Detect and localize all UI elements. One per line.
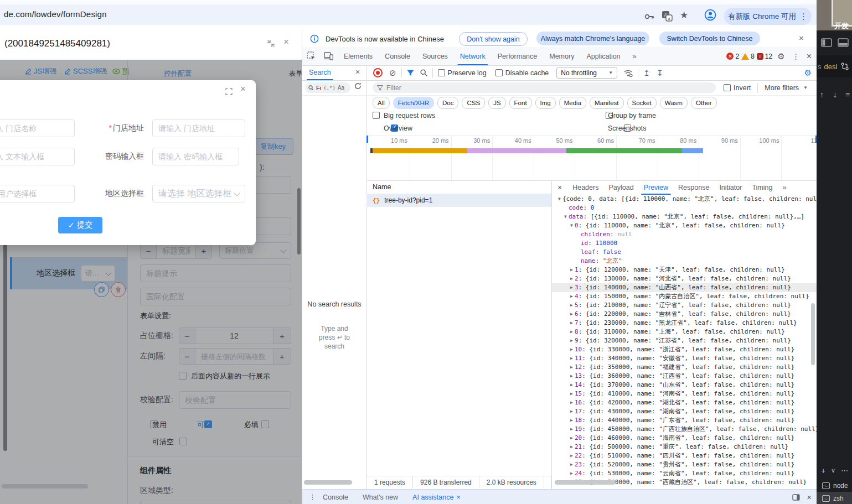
network-overview-timeline[interactable]: 10 ms20 ms30 ms40 ms50 ms60 ms70 ms80 ms… — [366, 135, 817, 181]
devtools-tab-memory[interactable]: Memory — [543, 47, 580, 65]
url-bar[interactable]: de.com/lowdev/formDesign Aa ★ 有新版 Chrome… — [0, 4, 817, 25]
json-expander-icon[interactable]: ▼ — [556, 195, 562, 204]
json-expander-icon[interactable]: ▶ — [569, 469, 575, 478]
chip-all[interactable]: All — [373, 97, 390, 109]
devtools-tab-elements[interactable]: Elements — [338, 47, 379, 65]
json-expander-icon[interactable]: ▶ — [569, 283, 575, 292]
detail-tab-preview[interactable]: Preview — [639, 180, 673, 195]
warning-badge[interactable]: 8 — [741, 53, 755, 60]
more-actions-icon[interactable]: ⋯ — [841, 466, 848, 475]
chip-js[interactable]: JS — [488, 97, 505, 109]
devtools-tab-»[interactable]: » — [627, 47, 643, 65]
json-expander-icon[interactable]: ▶ — [569, 425, 575, 434]
search-tab[interactable]: Search — [309, 69, 331, 76]
json-expander-icon[interactable]: ▶ — [569, 381, 575, 389]
json-tree-row[interactable]: ▼data: [{id: 110000, name: "北京", leaf: f… — [552, 212, 817, 221]
chip-doc[interactable]: Doc — [437, 97, 458, 109]
submit-button[interactable]: ✓提交 — [58, 217, 102, 233]
json-tree-row[interactable]: ▶3: {id: 140000, name: "山西省", leaf: fals… — [552, 283, 817, 292]
json-expander-icon[interactable]: ▶ — [569, 372, 575, 381]
arrow-up-icon[interactable]: ↑ — [820, 90, 824, 99]
more-filters-label[interactable]: More filters — [765, 84, 799, 92]
match-case-toggle[interactable]: Aa — [338, 85, 344, 91]
json-expander-icon[interactable]: ▶ — [569, 354, 575, 363]
store-name-input[interactable] — [0, 119, 75, 137]
password-input[interactable] — [152, 148, 239, 165]
json-expander-icon[interactable]: ▶ — [569, 292, 575, 301]
json-tree-row[interactable]: ▶10: {id: 330000, name: "浙江省", leaf: fal… — [552, 345, 817, 354]
request-row[interactable]: {} tree-by-id?pid=1 — [366, 194, 551, 207]
json-expander-icon[interactable]: ▶ — [569, 266, 575, 274]
chip-font[interactable]: Font — [509, 97, 532, 109]
json-tree-row[interactable]: ▶15: {id: 410000, name: "河南省", leaf: fal… — [552, 389, 817, 398]
drawer-tab-console[interactable]: Console — [323, 493, 348, 501]
json-tree-row[interactable]: code: 0 — [552, 204, 817, 212]
drawer-kebab-icon[interactable]: ⋮ — [309, 493, 316, 501]
json-tree-row[interactable]: ▶13: {id: 360000, name: "江西省", leaf: fal… — [552, 372, 817, 381]
json-expander-icon[interactable]: ▶ — [569, 416, 575, 425]
chip-css[interactable]: CSS — [462, 97, 485, 109]
password-key-icon[interactable] — [644, 12, 655, 22]
page-horizontal-scrollbar[interactable] — [2, 484, 88, 489]
list-menu-icon[interactable]: ≡ — [845, 90, 850, 99]
json-tree-row[interactable]: leaf: false — [552, 248, 817, 257]
settings-gear-icon[interactable]: ⚙ — [774, 51, 787, 61]
drawer-close-icon[interactable]: × — [807, 492, 812, 502]
devtools-tab-console[interactable]: Console — [379, 47, 416, 65]
json-tree-row[interactable]: children: null — [552, 230, 817, 239]
profile-icon[interactable] — [704, 9, 716, 21]
json-tree-row[interactable]: ▼0: {id: 110000, name: "北京", leaf: false… — [552, 221, 817, 230]
preserve-log-checkbox[interactable] — [438, 69, 445, 76]
clear-icon[interactable]: ⊘ — [389, 69, 396, 77]
json-tree-row[interactable]: ▶9: {id: 320000, name: "江苏省", leaf: fals… — [552, 336, 817, 345]
store-addr-input[interactable] — [152, 119, 245, 137]
new-terminal-icon[interactable]: + — [821, 466, 825, 475]
region-select[interactable]: 请选择 地区选择框 — [152, 185, 245, 202]
infobar-close-icon[interactable]: × — [799, 33, 804, 43]
editor-tab-modified[interactable]: desi — [824, 63, 838, 71]
json-expander-icon[interactable]: ▶ — [569, 319, 575, 328]
json-expander-icon[interactable]: ▶ — [569, 434, 575, 443]
sidebar-horizontal-scrollbar[interactable] — [304, 480, 352, 485]
detail-tab-headers[interactable]: Headers — [567, 180, 603, 195]
network-settings-gear-icon[interactable]: ⚙ — [804, 68, 812, 78]
network-conditions-icon[interactable] — [624, 69, 633, 77]
devtools-tab-performance[interactable]: Performance — [492, 47, 544, 65]
chip-media[interactable]: Media — [559, 97, 586, 109]
request-table-header[interactable]: Name — [366, 180, 551, 194]
issues-badge[interactable]: ! 12 — [757, 53, 772, 60]
preview-vertical-scrollbar[interactable] — [811, 303, 815, 365]
drawer-tab-what-s-new[interactable]: What's new — [363, 493, 398, 501]
search-network-icon[interactable] — [420, 69, 427, 76]
regex-toggle[interactable]: (.*) — [323, 85, 335, 91]
bookmark-star-icon[interactable]: ★ — [680, 9, 688, 21]
dock-side-icon[interactable] — [792, 494, 800, 501]
json-tree-row[interactable]: id: 110000 — [552, 239, 817, 248]
close-icon[interactable]: × — [283, 37, 289, 48]
detail-tab-initiator[interactable]: Initiator — [714, 180, 747, 195]
json-expander-icon[interactable]: ▶ — [569, 274, 575, 283]
devtools-tab-sources[interactable]: Sources — [416, 47, 454, 65]
detail-tab-payload[interactable]: Payload — [603, 180, 638, 195]
name-column-header[interactable]: Name — [373, 183, 391, 191]
text-input[interactable] — [0, 148, 75, 165]
device-toolbar-icon[interactable] — [319, 47, 338, 65]
json-tree-row[interactable]: ▶18: {id: 440000, name: "广东省", leaf: fal… — [552, 416, 817, 425]
filter-funnel-icon[interactable] — [407, 70, 414, 76]
chip-socket[interactable]: Socket — [627, 97, 657, 109]
layout-sidebar-icon[interactable] — [821, 38, 832, 47]
json-tree-row[interactable]: ▶19: {id: 450000, name: "广西壮族自治区", leaf:… — [552, 425, 817, 434]
json-tree-row[interactable]: ▶6: {id: 220000, name: "吉林省", leaf: fals… — [552, 310, 817, 319]
devtools-kebab-icon[interactable]: ⋮ — [790, 52, 802, 61]
translate-icon[interactable]: Aa — [662, 11, 673, 22]
json-expander-icon[interactable]: ▶ — [569, 301, 575, 310]
json-expander-icon[interactable]: ▶ — [569, 310, 575, 319]
match-language-button[interactable]: Always match Chrome's language — [536, 32, 649, 45]
layout-panel-icon[interactable] — [838, 38, 849, 47]
json-expander-icon[interactable]: ▶ — [569, 389, 575, 398]
json-tree-row[interactable]: ▶22: {id: 510000, name: "四川省", leaf: fal… — [552, 451, 817, 460]
search-close-icon[interactable]: × — [355, 67, 360, 76]
json-expander-icon[interactable]: ▼ — [569, 221, 575, 230]
import-har-icon[interactable]: ↥ — [643, 69, 650, 77]
json-tree-row[interactable]: ▶14: {id: 370000, name: "山东省", leaf: fal… — [552, 381, 817, 389]
